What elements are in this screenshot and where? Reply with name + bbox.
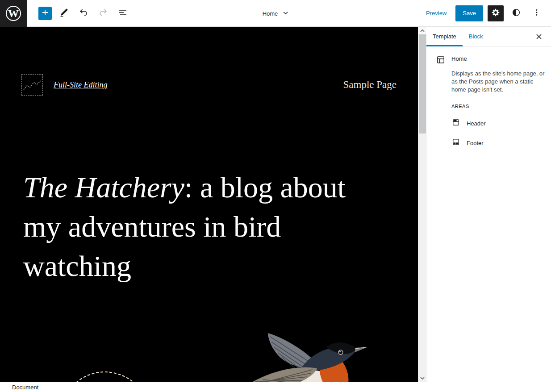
chevron-up-icon — [420, 28, 425, 33]
tab-template[interactable]: Template — [426, 27, 463, 46]
editor-main: Full-Site Editing Sample Page The Hatche… — [0, 27, 551, 382]
contrast-half-circle-icon — [511, 8, 521, 19]
bird-illustration — [201, 321, 380, 382]
template-switcher[interactable]: Home — [257, 0, 294, 27]
footer-layout-icon — [451, 138, 460, 148]
canvas-scrollbar[interactable] — [418, 27, 426, 382]
scrollbar-thumb[interactable] — [419, 34, 426, 133]
sidebar-tabs: Template Block — [426, 27, 551, 46]
redo-icon — [98, 7, 109, 19]
block-inserter-button[interactable] — [38, 7, 52, 20]
list-view-button[interactable] — [115, 6, 130, 21]
template-description: Displays as the site's home page, or as … — [451, 70, 547, 94]
settings-button[interactable] — [488, 5, 504, 21]
heading-line-3: watching — [23, 246, 407, 286]
more-options-button[interactable] — [529, 5, 545, 21]
template-switcher-label: Home — [263, 10, 278, 17]
pencil-icon — [58, 7, 69, 19]
area-footer-label: Footer — [467, 140, 484, 146]
hero-heading[interactable]: The Hatchery: a blog about my adventures… — [23, 168, 407, 286]
chevron-down-icon — [420, 375, 425, 381]
redo-button[interactable] — [96, 6, 111, 21]
styles-button[interactable] — [508, 5, 524, 21]
zigzag-chart-icon — [22, 75, 42, 95]
more-vertical-icon — [532, 8, 542, 19]
header-layout-icon — [451, 118, 460, 129]
scrollbar-down-button[interactable] — [418, 374, 426, 382]
wordpress-logo-icon: W — [6, 6, 21, 21]
dashed-circle-decoration — [60, 371, 150, 382]
area-row-header[interactable]: Header — [451, 118, 547, 129]
undo-icon — [78, 7, 89, 19]
gear-icon — [491, 8, 501, 19]
heading-rest-part: : a blog about — [184, 171, 346, 204]
editor-toolbar: W Home — [0, 0, 551, 27]
plus-icon — [41, 8, 50, 18]
edit-mode-button[interactable] — [56, 6, 71, 21]
area-header-label: Header — [467, 120, 486, 127]
list-view-icon — [117, 7, 128, 19]
save-button[interactable]: Save — [455, 5, 483, 21]
areas-section-label: AREAS — [451, 104, 547, 109]
preview-button[interactable]: Preview — [422, 6, 451, 20]
undo-button[interactable] — [76, 6, 91, 21]
settings-sidebar: Template Block Home Displays as the site… — [426, 27, 551, 382]
close-sidebar-button[interactable] — [532, 30, 546, 43]
toolbar-right-tools: Preview Save — [422, 5, 545, 21]
document-statusbar: Document — [0, 382, 551, 392]
site-logo-placeholder[interactable] — [21, 74, 43, 96]
scrollbar-up-button[interactable] — [418, 27, 426, 34]
tab-block[interactable]: Block — [463, 27, 489, 46]
heading-line-1: The Hatchery: a blog about — [23, 168, 407, 207]
editor-canvas[interactable]: Full-Site Editing Sample Page The Hatche… — [0, 27, 418, 382]
area-row-footer[interactable]: Footer — [451, 138, 547, 148]
template-card: Home Displays as the site's home page, o… — [426, 46, 551, 156]
heading-italic-part: The Hatchery — [23, 171, 184, 204]
template-name: Home — [451, 54, 547, 67]
wordpress-logo-button[interactable]: W — [0, 0, 27, 27]
site-header-block: Full-Site Editing Sample Page — [21, 74, 397, 96]
toolbar-left-tools — [38, 6, 130, 21]
template-layout-icon — [435, 54, 446, 67]
site-title-link[interactable]: Full-Site Editing — [54, 80, 107, 90]
heading-line-2: my adventures in bird — [23, 207, 407, 246]
close-icon — [535, 33, 543, 40]
chevron-down-icon — [282, 10, 288, 17]
nav-item-sample-page[interactable]: Sample Page — [343, 79, 397, 91]
breadcrumb[interactable]: Document — [12, 384, 38, 391]
